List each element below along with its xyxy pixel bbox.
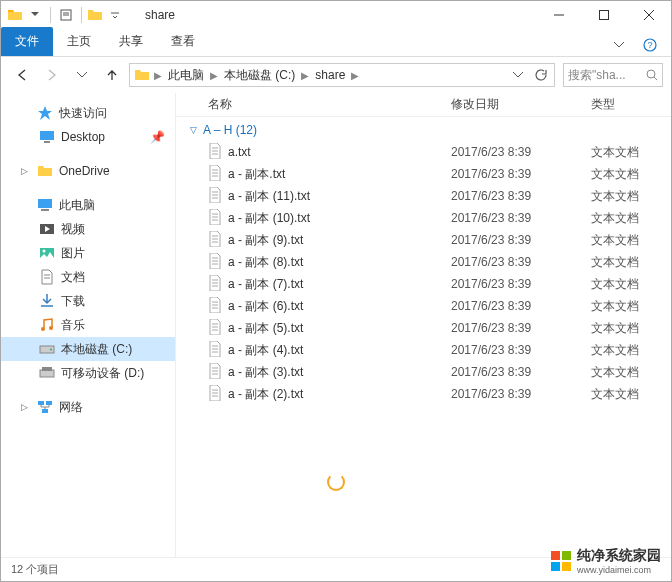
separator [50,7,51,23]
file-row[interactable]: a - 副本 (3).txt2017/6/23 8:39文本文档 [176,361,671,383]
column-type[interactable]: 类型 [591,96,671,113]
sidebar-item-local-disk-c[interactable]: 本地磁盘 (C:) [1,337,175,361]
breadcrumb-item[interactable]: 本地磁盘 (C:) [220,65,299,86]
address-dropdown-button[interactable] [508,65,528,85]
chevron-right-icon[interactable]: ▶ [208,70,220,81]
search-placeholder: 搜索"sha... [568,67,642,84]
qat-chevron-icon[interactable] [105,5,125,25]
minimize-button[interactable] [536,1,581,29]
sidebar-item-documents[interactable]: 文档 [1,265,175,289]
chevron-right-icon[interactable]: ▶ [152,70,164,81]
svg-point-17 [43,250,46,253]
expand-icon[interactable]: ▷ [21,166,31,176]
close-button[interactable] [626,1,671,29]
title-bar: share [1,1,671,29]
tab-share[interactable]: 共享 [105,27,157,56]
sidebar-item-this-pc[interactable]: ▷ 此电脑 [1,193,175,217]
file-row[interactable]: a - 副本 (6).txt2017/6/23 8:39文本文档 [176,295,671,317]
folder-icon [7,7,23,23]
file-row[interactable]: a - 副本 (2).txt2017/6/23 8:39文本文档 [176,383,671,405]
tab-home[interactable]: 主页 [53,27,105,56]
music-icon [39,317,55,333]
file-name: a - 副本 (7).txt [228,276,303,293]
tab-file[interactable]: 文件 [1,27,53,56]
sidebar-item-network[interactable]: ▷ 网络 [1,395,175,419]
folder-icon [37,163,53,179]
svg-rect-10 [40,131,54,140]
explorer-body: ▷ 快速访问 Desktop 📌 ▷ OneDrive [1,93,671,557]
file-row[interactable]: a - 副本 (10).txt2017/6/23 8:39文本文档 [176,207,671,229]
file-type-cell: 文本文档 [591,320,671,337]
column-date[interactable]: 修改日期 [451,96,591,113]
svg-rect-4 [599,11,608,20]
file-date-cell: 2017/6/23 8:39 [451,145,591,159]
address-bar[interactable]: ▶ 此电脑 ▶ 本地磁盘 (C:) ▶ share ▶ [129,63,555,87]
text-file-icon [208,275,222,294]
file-row[interactable]: a - 副本 (8).txt2017/6/23 8:39文本文档 [176,251,671,273]
file-name: a - 副本 (3).txt [228,364,303,381]
search-input[interactable]: 搜索"sha... [563,63,663,87]
navigation-pane[interactable]: ▷ 快速访问 Desktop 📌 ▷ OneDrive [1,93,176,557]
file-name: a - 副本 (5).txt [228,320,303,337]
file-date-cell: 2017/6/23 8:39 [451,167,591,181]
file-row[interactable]: a - 副本 (11).txt2017/6/23 8:39文本文档 [176,185,671,207]
ribbon-expand-button[interactable] [604,34,634,56]
forward-button[interactable] [39,62,65,88]
svg-marker-9 [38,106,52,120]
file-type-cell: 文本文档 [591,144,671,161]
back-button[interactable] [9,62,35,88]
svg-point-7 [647,70,655,78]
sidebar-item-removable-d[interactable]: 可移动设备 (D:) [1,361,175,385]
sidebar-item-pictures[interactable]: 图片 [1,241,175,265]
recent-dropdown[interactable] [69,62,95,88]
quick-access-toolbar [1,5,131,25]
properties-icon[interactable] [56,5,76,25]
up-button[interactable] [99,62,125,88]
sidebar-item-desktop[interactable]: Desktop 📌 [1,125,175,149]
chevron-down-icon: ▽ [190,125,197,135]
breadcrumb-item[interactable]: share [311,66,349,84]
file-row[interactable]: a - 副本 (5).txt2017/6/23 8:39文本文档 [176,317,671,339]
file-name: a - 副本 (6).txt [228,298,303,315]
sidebar-item-videos[interactable]: 视频 [1,217,175,241]
sidebar-item-music[interactable]: 音乐 [1,313,175,337]
file-name-cell: a - 副本 (11).txt [188,187,451,206]
file-row[interactable]: a.txt2017/6/23 8:39文本文档 [176,141,671,163]
file-type-cell: 文本文档 [591,364,671,381]
file-row[interactable]: a - 副本.txt2017/6/23 8:39文本文档 [176,163,671,185]
sidebar-item-onedrive[interactable]: ▷ OneDrive [1,159,175,183]
refresh-button[interactable] [530,65,550,85]
expand-icon[interactable]: ▷ [21,402,31,412]
status-bar: 12 个项目 [1,557,671,581]
file-rows[interactable]: a.txt2017/6/23 8:39文本文档a - 副本.txt2017/6/… [176,141,671,557]
file-row[interactable]: a - 副本 (7).txt2017/6/23 8:39文本文档 [176,273,671,295]
sidebar-item-quick-access[interactable]: ▷ 快速访问 [1,101,175,125]
tab-view[interactable]: 查看 [157,27,209,56]
sidebar-item-downloads[interactable]: 下载 [1,289,175,313]
svg-point-23 [50,349,52,351]
column-headers: 名称 修改日期 类型 [176,93,671,117]
file-row[interactable]: a - 副本 (9).txt2017/6/23 8:39文本文档 [176,229,671,251]
text-file-icon [208,297,222,316]
file-type-cell: 文本文档 [591,342,671,359]
pin-icon: 📌 [150,130,165,144]
file-name-cell: a.txt [188,143,451,162]
text-file-icon [208,143,222,162]
chevron-right-icon[interactable]: ▶ [349,70,361,81]
help-button[interactable]: ? [639,34,661,56]
qat-dropdown-icon[interactable] [25,5,45,25]
breadcrumb: ▶ 此电脑 ▶ 本地磁盘 (C:) ▶ share ▶ [152,65,506,86]
maximize-button[interactable] [581,1,626,29]
network-icon [37,399,53,415]
loading-spinner-icon [327,473,345,491]
column-name[interactable]: 名称 [188,96,451,113]
folder-icon[interactable] [87,7,103,23]
svg-line-8 [654,77,657,80]
chevron-right-icon[interactable]: ▶ [299,70,311,81]
text-file-icon [208,231,222,250]
svg-rect-13 [41,209,49,211]
videos-icon [39,221,55,237]
file-row[interactable]: a - 副本 (4).txt2017/6/23 8:39文本文档 [176,339,671,361]
group-header[interactable]: ▽ A – H (12) [176,117,671,141]
breadcrumb-item[interactable]: 此电脑 [164,65,208,86]
